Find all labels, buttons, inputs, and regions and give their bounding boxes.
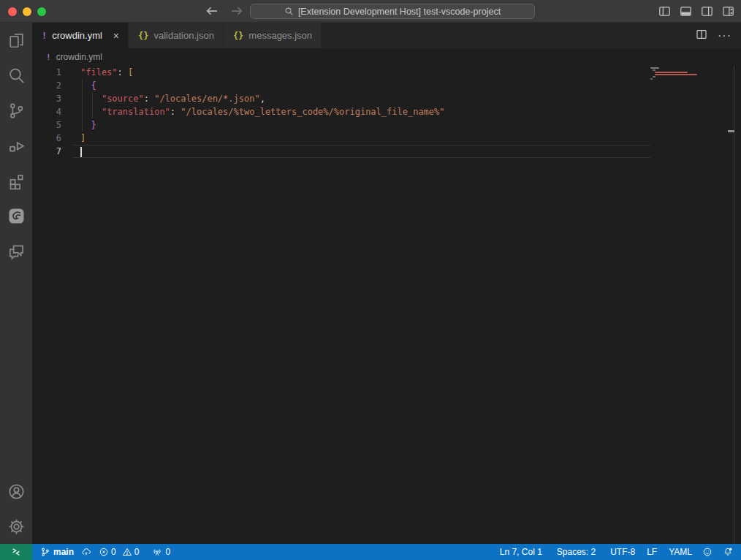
navigate-back-icon[interactable] bbox=[205, 3, 219, 22]
split-editor-icon[interactable] bbox=[696, 29, 707, 43]
git-branch-item[interactable]: main bbox=[37, 544, 77, 560]
error-count: 0 bbox=[111, 547, 116, 557]
extensions-icon[interactable] bbox=[0, 163, 32, 198]
error-icon bbox=[99, 547, 109, 557]
remote-indicator[interactable] bbox=[0, 544, 32, 560]
toggle-sidebar-icon[interactable] bbox=[657, 4, 672, 18]
comments-icon[interactable] bbox=[0, 233, 32, 268]
line-number: 4 bbox=[32, 105, 73, 118]
explorer-icon[interactable] bbox=[0, 23, 32, 58]
broadcast-item[interactable]: 0 bbox=[148, 544, 174, 560]
close-tab-icon[interactable]: × bbox=[113, 31, 119, 41]
warning-icon bbox=[122, 547, 132, 557]
command-center-title: [Extension Development Host] test-vscode… bbox=[298, 7, 501, 17]
minimize-window-button[interactable] bbox=[23, 7, 31, 16]
encoding-item[interactable]: UTF-8 bbox=[607, 544, 639, 560]
traffic-lights bbox=[8, 7, 46, 16]
cloud-upload-icon bbox=[81, 547, 91, 557]
code-line[interactable]: 4 "translation": "/locales/%two_letters_… bbox=[32, 105, 741, 118]
yaml-file-icon: ! bbox=[42, 31, 47, 41]
toggle-secondary-sidebar-icon[interactable] bbox=[699, 4, 714, 18]
smiley-icon bbox=[702, 547, 712, 557]
text-cursor bbox=[80, 147, 82, 157]
code-line[interactable]: 1"files": [ bbox=[32, 66, 741, 79]
code-line[interactable]: 5 } bbox=[32, 118, 741, 132]
language-mode-item[interactable]: YAML bbox=[665, 544, 696, 560]
indentation-item[interactable]: Spaces: 2 bbox=[553, 544, 599, 560]
line-number: 6 bbox=[32, 132, 73, 145]
branch-name: main bbox=[53, 547, 74, 557]
crowdin-icon[interactable] bbox=[0, 198, 32, 233]
status-bar: main 0 0 0 Ln 7, Col 1 Spaces: 2 bbox=[0, 544, 741, 560]
warning-count: 0 bbox=[134, 547, 140, 557]
line-number: 5 bbox=[32, 118, 73, 132]
tab-label: crowdin.yml bbox=[52, 30, 102, 41]
tab-validation-json[interactable]: {} validation.json bbox=[129, 23, 224, 48]
code-lines: 1"files": [2 {3 "source": "/locales/en/*… bbox=[32, 66, 741, 158]
overview-ruler-cursor-mark bbox=[728, 130, 734, 132]
navigate-forward-icon[interactable] bbox=[229, 3, 244, 22]
customize-layout-icon[interactable] bbox=[721, 4, 735, 18]
overview-ruler[interactable] bbox=[734, 66, 734, 544]
minimap[interactable] bbox=[650, 67, 732, 80]
zoom-window-button[interactable] bbox=[37, 7, 46, 16]
code-line[interactable]: 3 "source": "/locales/en/*.json", bbox=[32, 92, 741, 105]
line-number: 2 bbox=[32, 79, 73, 92]
tab-messages-json[interactable]: {} messages.json bbox=[224, 23, 322, 48]
bell-dot-icon bbox=[723, 547, 733, 557]
vscode-window: [Extension Development Host] test-vscode… bbox=[0, 0, 741, 560]
code-line[interactable]: 6] bbox=[32, 132, 741, 145]
code-line[interactable]: 7 bbox=[32, 145, 741, 158]
tab-bar: ! crowdin.yml × {} validation.json {} me… bbox=[32, 23, 741, 48]
yaml-file-icon: ! bbox=[46, 53, 51, 62]
json-file-icon: {} bbox=[138, 31, 148, 41]
tab-label: validation.json bbox=[154, 30, 214, 41]
line-number: 3 bbox=[32, 92, 73, 105]
title-bar: [Extension Development Host] test-vscode… bbox=[0, 0, 741, 23]
cursor-position-item[interactable]: Ln 7, Col 1 bbox=[496, 544, 546, 560]
notifications-item[interactable] bbox=[719, 544, 737, 560]
publish-changes-item[interactable] bbox=[77, 544, 95, 560]
activity-bar bbox=[0, 23, 32, 544]
problems-item[interactable]: 0 0 bbox=[95, 544, 142, 560]
code-line[interactable]: 2 { bbox=[32, 79, 741, 92]
broadcast-count: 0 bbox=[165, 547, 170, 557]
breadcrumb-file-name: crowdin.yml bbox=[56, 52, 102, 62]
line-number: 1 bbox=[32, 66, 73, 79]
git-branch-icon bbox=[40, 547, 50, 557]
close-window-button[interactable] bbox=[8, 7, 17, 16]
json-file-icon: {} bbox=[233, 31, 243, 41]
tab-crowdin-yml[interactable]: ! crowdin.yml × bbox=[32, 23, 129, 48]
eol-item[interactable]: LF bbox=[643, 544, 661, 560]
run-and-debug-icon[interactable] bbox=[0, 128, 32, 163]
feedback-item[interactable] bbox=[699, 544, 716, 560]
line-number: 7 bbox=[32, 145, 73, 158]
settings-gear-icon[interactable] bbox=[0, 509, 32, 544]
tab-label: messages.json bbox=[248, 30, 312, 41]
accounts-icon[interactable] bbox=[0, 474, 32, 509]
remote-icon bbox=[11, 547, 21, 557]
search-icon bbox=[284, 7, 294, 16]
more-actions-icon[interactable]: ··· bbox=[718, 29, 732, 42]
command-center[interactable]: [Extension Development Host] test-vscode… bbox=[250, 4, 535, 19]
toggle-panel-icon[interactable] bbox=[678, 4, 693, 18]
breadcrumb[interactable]: ! crowdin.yml bbox=[32, 48, 741, 66]
search-sidebar-icon[interactable] bbox=[0, 58, 32, 93]
editor[interactable]: 1"files": [2 {3 "source": "/locales/en/*… bbox=[32, 66, 741, 544]
radio-tower-icon bbox=[152, 547, 162, 557]
source-control-icon[interactable] bbox=[0, 93, 32, 128]
